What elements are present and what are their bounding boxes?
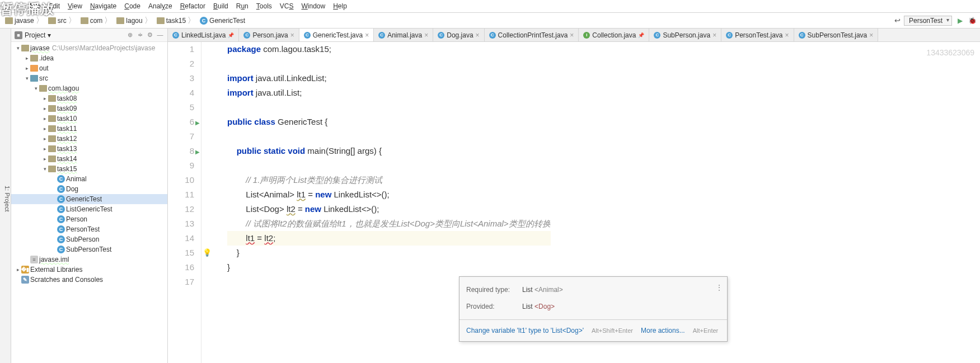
- tree-item-javase[interactable]: ▾javaseC:\Users\Marz\IdeaProjects\javase: [11, 43, 167, 53]
- tab-linkedlist-java[interactable]: CLinkedList.java📌: [168, 29, 239, 41]
- tab-close-icon[interactable]: [365, 31, 369, 39]
- tab-collection-java[interactable]: ICollection.java📌: [579, 29, 649, 41]
- tree-item-task12[interactable]: ▸task12: [11, 134, 167, 144]
- menu-vcs[interactable]: VCS: [276, 2, 298, 10]
- tree-item-external-libraries[interactable]: ▸�▮External Libraries: [11, 265, 167, 275]
- tooltip-fix-action[interactable]: Change variable 'lt1' type to 'List<Dog>…: [466, 323, 584, 338]
- error-tooltip: ⋮ Required type: List <Animal> Provided:…: [459, 276, 728, 342]
- debug-icon[interactable]: 🐞: [968, 16, 977, 25]
- tab-subperson-java[interactable]: CSubPerson.java: [649, 29, 721, 41]
- tree-item-subperson[interactable]: CSubPerson: [11, 234, 167, 244]
- crumb-com[interactable]: com〉: [79, 15, 114, 26]
- tab-close-icon[interactable]: [712, 31, 716, 39]
- menu-analyze[interactable]: Analyze: [144, 2, 176, 10]
- project-tree[interactable]: ▾javaseC:\Users\Marz\IdeaProjects\javase…: [11, 42, 167, 363]
- tab-person-java[interactable]: CPerson.java: [239, 29, 299, 41]
- tab-dog-java[interactable]: CDog.java: [433, 29, 484, 41]
- tree-item-com-lagou[interactable]: ▾com.lagou: [11, 83, 167, 93]
- tree-item-task11[interactable]: ▸task11: [11, 124, 167, 134]
- tooltip-more-shortcut: Alt+Enter: [693, 323, 719, 338]
- crumb-generictest[interactable]: CGenericTest: [198, 16, 247, 25]
- project-tool-window: ■ Project ▾ ⊕ ≑ ⚙ — ▾javaseC:\Users\Marz…: [11, 29, 168, 363]
- tab-generictest-java[interactable]: CGenericTest.java: [299, 29, 374, 41]
- tab-close-icon[interactable]: [869, 31, 873, 39]
- code-editor[interactable]: 1234567891011121314151617 package com.la…: [168, 42, 980, 363]
- select-opened-file-icon[interactable]: ⊕: [126, 31, 134, 39]
- menu-code[interactable]: Code: [120, 2, 144, 10]
- tree-item-task09[interactable]: ▸task09: [11, 103, 167, 114]
- main-menubar: FileEditViewNavigateCodeAnalyzeRefactorB…: [0, 0, 980, 13]
- back-icon[interactable]: ↩: [894, 16, 901, 25]
- tree-item-javase-iml[interactable]: ≡javase.iml: [11, 254, 167, 265]
- run-config-selector[interactable]: PersonTest: [904, 16, 952, 26]
- tab-collectionprinttest-java[interactable]: CCollectionPrintTest.java: [485, 29, 579, 41]
- editor-tabs: CLinkedList.java📌CPerson.javaCGenericTes…: [168, 29, 980, 42]
- project-icon: ■: [15, 31, 22, 39]
- settings-icon[interactable]: ⚙: [146, 31, 154, 39]
- tab-animal-java[interactable]: CAnimal.java: [374, 29, 433, 41]
- tooltip-more-icon[interactable]: ⋮: [716, 280, 723, 295]
- tooltip-required-value: List <Animal>: [522, 282, 563, 297]
- tree-item-dog[interactable]: CDog: [11, 184, 167, 194]
- tree-item-task13[interactable]: ▸task13: [11, 144, 167, 154]
- menu-build[interactable]: Build: [209, 2, 232, 10]
- menu-view[interactable]: View: [64, 2, 86, 10]
- editor-gutter[interactable]: 1234567891011121314151617: [168, 42, 201, 363]
- menu-refactor[interactable]: Refactor: [176, 2, 209, 10]
- expand-all-icon[interactable]: ≑: [136, 31, 144, 39]
- panel-title: Project ▾: [22, 31, 126, 39]
- crumb-task15[interactable]: task15〉: [155, 15, 197, 26]
- tree-item-task10[interactable]: ▸task10: [11, 114, 167, 124]
- hide-icon[interactable]: —: [156, 31, 164, 39]
- tab-subpersontest-java[interactable]: CSubPersonTest.java: [794, 29, 879, 41]
- menu-window[interactable]: Window: [297, 2, 329, 10]
- tree-item-task08[interactable]: ▸task08: [11, 93, 167, 103]
- tool-window-stripe-left[interactable]: 1: Project: [0, 29, 11, 363]
- menu-help[interactable]: Help: [329, 2, 351, 10]
- tree-item-listgenerictest[interactable]: CListGenericTest: [11, 204, 167, 214]
- tab-close-icon[interactable]: [785, 31, 789, 39]
- tooltip-provided-label: Provided:: [466, 299, 517, 314]
- tree-item-task14[interactable]: ▸task14: [11, 154, 167, 164]
- tab-close-icon[interactable]: [290, 31, 294, 39]
- tooltip-required-label: Required type:: [466, 282, 517, 297]
- tree-item-persontest[interactable]: CPersonTest: [11, 224, 167, 234]
- tab-close-icon[interactable]: [424, 31, 428, 39]
- video-overlay-text: 暂停播放: [0, 0, 54, 18]
- tree-item-scratches-and-consoles[interactable]: ✎Scratches and Consoles: [11, 275, 167, 285]
- tooltip-more-actions[interactable]: More actions...: [641, 323, 685, 338]
- intention-bulb-icon[interactable]: 💡: [203, 246, 212, 260]
- tree-item-task15[interactable]: ▾task15: [11, 164, 167, 174]
- tree-item-out[interactable]: ▸out: [11, 63, 167, 73]
- menu-run[interactable]: Run: [232, 2, 252, 10]
- tooltip-provided-value: List <Dog>: [522, 299, 555, 314]
- tab-close-icon[interactable]: [570, 31, 574, 39]
- tooltip-fix-shortcut: Alt+Shift+Enter: [592, 323, 633, 338]
- tab-persontest-java[interactable]: CPersonTest.java: [721, 29, 794, 41]
- run-icon[interactable]: ▶: [955, 16, 964, 25]
- tree-item-src[interactable]: ▾src: [11, 73, 167, 83]
- menu-navigate[interactable]: Navigate: [86, 2, 120, 10]
- tree-item-animal[interactable]: CAnimal: [11, 174, 167, 184]
- menu-tools[interactable]: Tools: [252, 2, 276, 10]
- tree-item-generictest[interactable]: CGenericTest: [11, 194, 167, 204]
- tree-item--idea[interactable]: ▸.idea: [11, 53, 167, 63]
- navigation-bar: javase〉src〉com〉lagou〉task15〉CGenericTest…: [0, 13, 980, 29]
- watermark-text: 13433623069: [926, 45, 974, 60]
- tree-item-subpersontest[interactable]: CSubPersonTest: [11, 244, 167, 254]
- tree-item-person[interactable]: CPerson: [11, 214, 167, 224]
- crumb-lagou[interactable]: lagou〉: [115, 15, 153, 26]
- tab-close-icon[interactable]: [476, 31, 480, 39]
